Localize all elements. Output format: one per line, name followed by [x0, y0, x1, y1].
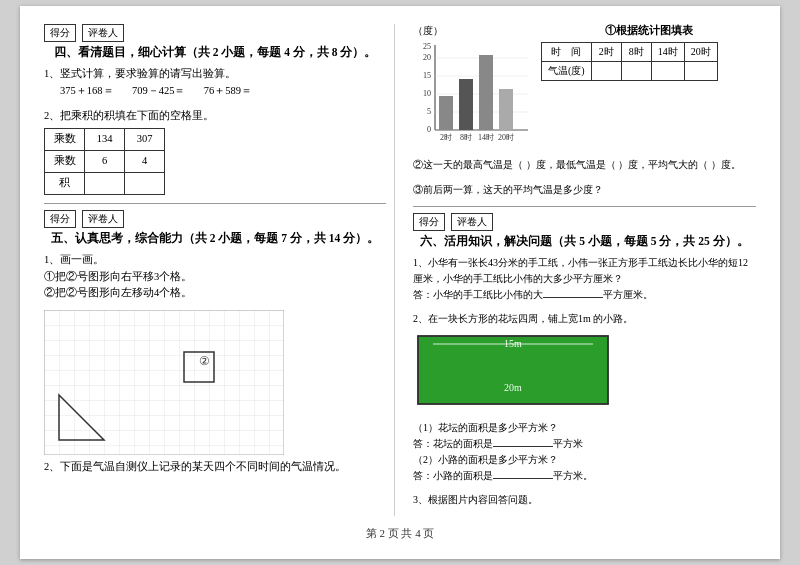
svg-rect-19	[479, 55, 493, 130]
exam-page: 得分 评卷人 四、看清题目，细心计算（共 2 小题，每题 4 分，共 8 分）。…	[20, 6, 780, 559]
product-val1	[85, 172, 125, 194]
factor-row2-label: 乘数	[45, 151, 85, 173]
svg-text:10: 10	[423, 89, 431, 98]
answer-blank-1[interactable]	[543, 297, 603, 298]
temp-val-20	[684, 62, 717, 81]
temp-table: 时 间 2时 8时 14时 20时 气温(度)	[541, 42, 718, 81]
svg-rect-0	[44, 310, 284, 455]
factor-val-134: 134	[85, 129, 125, 151]
reviewer-label-5: 评卷人	[82, 210, 124, 228]
temp-header-time: 时 间	[542, 43, 592, 62]
reviewer-label-4: 评卷人	[82, 24, 124, 42]
svg-text:20时: 20时	[498, 133, 514, 142]
svg-text:15m: 15m	[504, 338, 522, 349]
section4-title: 四、看清题目，细心计算（共 2 小题，每题 4 分，共 8 分）。	[44, 45, 386, 60]
factor-row2-val1: 6	[85, 151, 125, 173]
s6-q3: 3、根据图片内容回答问题。	[413, 492, 756, 508]
factor-val-307: 307	[125, 129, 165, 151]
svg-text:②: ②	[199, 354, 210, 368]
chart-unit-label: （度）	[413, 24, 533, 38]
svg-text:20m: 20m	[504, 382, 522, 393]
s6-q2-sub1: （1）花坛的面积是多少平方米？ 答：花坛的面积是平方米 （2）小路的面积是多少平…	[413, 420, 756, 484]
divider-2	[413, 206, 756, 207]
chart-info: ①根据统计图填表 时 间 2时 8时 14时 20时 气温(度)	[541, 24, 756, 81]
bar-chart-wrap: （度） 0 5 10 15 20 25	[413, 24, 533, 150]
svg-rect-17	[439, 96, 453, 130]
right-column: （度） 0 5 10 15 20 25	[405, 24, 756, 516]
factor-table: 乘数 134 307 乘数 6 4 积	[44, 128, 165, 194]
score-label-5: 得分	[44, 210, 76, 228]
reviewer-label-6: 评卷人	[451, 213, 493, 231]
svg-rect-20	[499, 89, 513, 130]
svg-text:25: 25	[423, 42, 431, 51]
chart-note2: ③前后两一算，这天的平均气温是多少度？	[413, 181, 756, 198]
svg-text:5: 5	[427, 107, 431, 116]
grid-drawing-area: ②	[44, 310, 386, 455]
svg-text:14时: 14时	[478, 133, 494, 142]
chart-title: ①根据统计图填表	[541, 24, 756, 38]
garden-svg: 15m 20m	[413, 331, 613, 411]
temp-header-20: 20时	[684, 43, 717, 62]
temp-row-label: 气温(度)	[542, 62, 592, 81]
section5-title: 五、认真思考，综合能力（共 2 小题，每题 7 分，共 14 分）。	[44, 231, 386, 246]
temp-val-2	[591, 62, 621, 81]
page-footer: 第 2 页 共 4 页	[44, 526, 756, 541]
temp-header-14: 14时	[651, 43, 684, 62]
factor-row2-val2: 4	[125, 151, 165, 173]
product-val2	[125, 172, 165, 194]
answer-blank-3[interactable]	[493, 478, 553, 479]
chart-section: （度） 0 5 10 15 20 25	[413, 24, 756, 150]
s6-q1: 1、小华有一张长43分米的手工纸，小伟一张正方形手工纸边长比小华的短12厘米，小…	[413, 255, 756, 303]
svg-text:8时: 8时	[460, 133, 472, 142]
s5-q2: 2、下面是气温自测仪上记录的某天四个不同时间的气温情况。	[44, 459, 386, 476]
section6-title: 六、活用知识，解决问题（共 5 小题，每题 5 分，共 25 分）。	[413, 234, 756, 249]
left-column: 得分 评卷人 四、看清题目，细心计算（共 2 小题，每题 4 分，共 8 分）。…	[44, 24, 395, 516]
temp-header-8: 8时	[621, 43, 651, 62]
score-label-4: 得分	[44, 24, 76, 42]
svg-text:15: 15	[423, 71, 431, 80]
q4-1: 1、竖式计算，要求验算的请写出验算。 375＋168＝ 709－425＝ 76＋…	[44, 66, 386, 100]
s5-q1: 1、画一画。 ①把②号图形向右平移3个格。 ②把②号图形向左移动4个格。	[44, 252, 386, 302]
svg-rect-18	[459, 79, 473, 130]
s6-q2: 2、在一块长方形的花坛四周，铺上宽1m 的小路。 15m 20m	[413, 311, 756, 484]
grid-svg: ②	[44, 310, 284, 455]
temp-header-2: 2时	[591, 43, 621, 62]
svg-text:2时: 2时	[440, 133, 452, 142]
answer-blank-2[interactable]	[493, 446, 553, 447]
garden-diagram: 15m 20m	[413, 331, 613, 416]
product-row-label: 积	[45, 172, 85, 194]
s6-q1-answer: 答：小华的手工纸比小伟的大平方厘米。	[413, 289, 653, 300]
temp-val-8	[621, 62, 651, 81]
section6-score-row: 得分 评卷人	[413, 213, 756, 231]
svg-text:20: 20	[423, 53, 431, 62]
section5-score-row: 得分 评卷人	[44, 210, 386, 228]
q4-2: 2、把乘积的积填在下面的空格里。 乘数 134 307 乘数 6 4 积	[44, 108, 386, 195]
bar-chart: 0 5 10 15 20 25	[413, 40, 533, 150]
divider-1	[44, 203, 386, 204]
score-label-6: 得分	[413, 213, 445, 231]
factor-table-header-label: 乘数	[45, 129, 85, 151]
chart-note1: ②这一天的最高气温是（ ）度，最低气温是（ ）度，平均气大的（ ）度。	[413, 156, 756, 173]
section4-score-row: 得分 评卷人	[44, 24, 386, 42]
temp-val-14	[651, 62, 684, 81]
svg-text:0: 0	[427, 125, 431, 134]
